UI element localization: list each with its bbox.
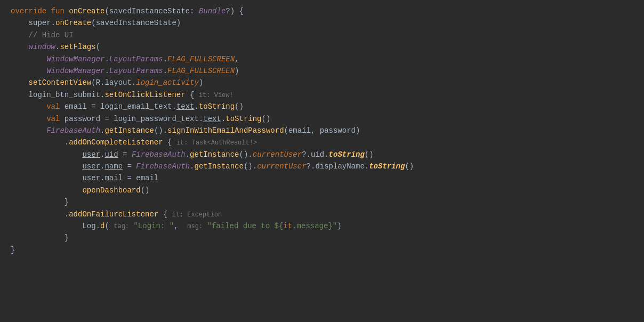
code-editor: override fun onCreate(savedInstanceState…: [0, 0, 644, 322]
line-18: user.mail = email: [11, 172, 633, 184]
line-10: login_btn_submit.setOnClickListener { it…: [11, 89, 633, 101]
line-21: .addOnFailureListener { it: Exception: [11, 208, 633, 220]
line-15: .addOnCompleteListener { it: Task<AuthRe…: [11, 136, 633, 148]
line-14: FirebaseAuth.getInstance().signInWithEma…: [11, 125, 633, 136]
line-17: user.name = FirebaseAuth.getInstance().c…: [11, 160, 633, 172]
line-11: val email = login_email_text.text.toStri…: [11, 101, 633, 112]
line-16: user.uid = FirebaseAuth.getInstance().cu…: [11, 149, 633, 160]
line-25: }: [11, 244, 633, 256]
line-6: WindowManager.LayoutParams.FLAG_FULLSCRE…: [11, 65, 633, 77]
line-23: }: [11, 232, 633, 244]
line-12: val password = login_password_text.text.…: [11, 113, 633, 125]
line-4: window.setFlags(: [11, 41, 633, 53]
line-22: Log.d( tag: "Login: ", msg: "failed due …: [11, 220, 633, 232]
line-8: setContentView(R.layout.login_activity): [11, 77, 633, 88]
line-3: // Hide UI: [11, 29, 633, 41]
line-19: openDashboard(): [11, 184, 633, 196]
line-5: WindowManager.LayoutParams.FLAG_FULLSCRE…: [11, 53, 633, 65]
line-2: super.onCreate(savedInstanceState): [11, 17, 633, 29]
line-20: }: [11, 196, 633, 208]
line-1: override fun onCreate(savedInstanceState…: [11, 5, 633, 17]
